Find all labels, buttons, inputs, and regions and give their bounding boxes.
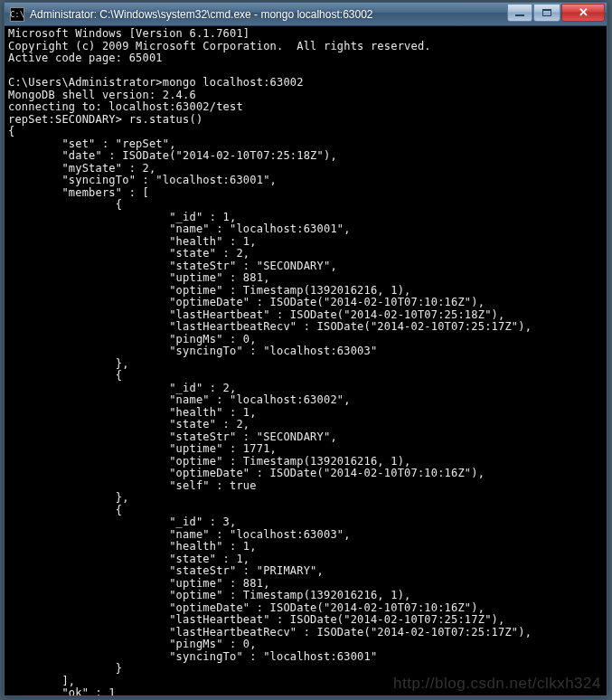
console-window: C:\ Administrator: C:\Windows\system32\c…	[4, 2, 607, 696]
maximize-button[interactable]	[533, 4, 560, 22]
titlebar[interactable]: C:\ Administrator: C:\Windows\system32\c…	[5, 3, 607, 26]
close-icon: ✕	[579, 6, 588, 18]
cmd-icon: C:\	[10, 7, 24, 22]
minimize-button[interactable]	[507, 4, 532, 22]
minimize-icon	[515, 14, 524, 16]
maximize-icon	[542, 9, 551, 16]
console-output[interactable]: Microsoft Windows [Version 6.1.7601] Cop…	[5, 26, 607, 695]
window-title: Administrator: C:\Windows\system32\cmd.e…	[30, 8, 506, 21]
close-button[interactable]: ✕	[561, 4, 605, 22]
window-controls: ✕	[506, 4, 605, 22]
